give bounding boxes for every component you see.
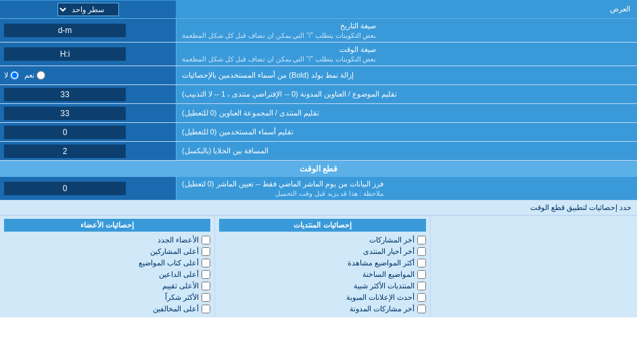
forum-trim-row: تقليم المنتدى / المجموعة العناوين (0 للت… — [0, 104, 637, 123]
stat-checkbox-top-rated[interactable] — [202, 282, 210, 290]
realtime-filter-label: فرز البيانات من يوم الماشر الماضي فقط --… — [176, 177, 637, 200]
display-mode-row: العرض سطر واحد سطرين — [0, 0, 637, 19]
realtime-filter-row: فرز البيانات من يوم الماشر الماضي فقط --… — [0, 177, 637, 201]
usernames-trim-input-cell — [0, 123, 176, 141]
cell-spacing-input[interactable] — [4, 145, 126, 158]
realtime-section-header: قطع الوقت — [0, 161, 637, 177]
stat-item-forum-news: أخر أخبار المنتدى — [219, 246, 425, 257]
stats-col-members: إحصائيات الأعضاء الأعضاء الجدد أعلى المش… — [0, 216, 214, 317]
stat-checkbox-hot-topics[interactable] — [417, 270, 426, 279]
stat-item-new-members: الأعضاء الجدد — [4, 234, 210, 246]
stat-checkbox-top-inviters[interactable] — [202, 270, 210, 279]
display-mode-label: العرض — [176, 2, 637, 16]
stat-item-most-thanked: الأكثر شكراً — [4, 292, 210, 303]
stat-checkbox-most-viewed[interactable] — [417, 259, 426, 267]
stat-item-top-violators: أعلى المخالفين — [4, 303, 210, 315]
stat-checkbox-classifieds[interactable] — [417, 293, 426, 302]
time-format-input[interactable] — [4, 47, 126, 61]
cell-spacing-input-cell — [0, 142, 176, 160]
stat-checkbox-top-posters[interactable] — [202, 247, 210, 256]
usernames-trim-row: تقليم أسماء المستخدمين (0 للتعطيل) — [0, 123, 637, 142]
usernames-trim-label: تقليم أسماء المستخدمين (0 للتعطيل) — [176, 123, 637, 141]
stat-item-top-topic-writers: أعلى كتاب المواضيع — [4, 257, 210, 269]
display-mode-select[interactable]: سطر واحد سطرين — [57, 3, 119, 16]
bold-remove-no-label: لا — [4, 71, 19, 80]
stat-item-hot-topics: المواضيع الساخنة — [219, 269, 425, 280]
stat-checkbox-top-violators[interactable] — [202, 305, 210, 313]
stat-item-last-posts: أخر المشاركات — [219, 234, 425, 246]
display-mode-input-cell: سطر واحد سطرين — [0, 1, 176, 18]
forum-trim-label: تقليم المنتدى / المجموعة العناوين (0 للت… — [176, 104, 637, 122]
bold-remove-no-radio[interactable] — [10, 71, 19, 80]
stat-checkbox-forum-news[interactable] — [417, 247, 426, 256]
bold-remove-radio-group: نعم لا — [4, 71, 45, 80]
date-format-label: صيغة التاريخ بعض التكوينات يتطلب "/" الت… — [176, 19, 637, 42]
stat-item-most-viewed: أكثر المواضيع مشاهدة — [219, 257, 425, 269]
stats-section: إحصائيات المنتديات أخر المشاركات أخر أخب… — [0, 215, 637, 317]
stat-item-top-posters: أعلى المشاركين — [4, 246, 210, 257]
time-format-input-cell — [0, 43, 176, 66]
main-container: العرض سطر واحد سطرين صيغة التاريخ بعض ال… — [0, 0, 637, 317]
bold-remove-yes-radio[interactable] — [37, 71, 45, 80]
usernames-trim-input[interactable] — [4, 126, 126, 139]
stat-item-top-inviters: أعلى الداعين — [4, 269, 210, 280]
stat-item-most-similar: المنتديات الأكثر شبية — [219, 280, 425, 292]
subject-trim-label: تقليم الموضوع / العناوين المدونة (0 -- ا… — [176, 85, 637, 103]
forum-trim-input-cell — [0, 104, 176, 122]
realtime-filter-input-cell — [0, 177, 176, 200]
realtime-filter-input[interactable] — [4, 182, 126, 195]
stats-col-forums: إحصائيات المنتديات أخر المشاركات أخر أخب… — [214, 216, 429, 317]
date-format-input[interactable] — [4, 24, 126, 37]
stats-col-members-title: إحصائيات الأعضاء — [4, 219, 210, 232]
stat-checkbox-most-similar[interactable] — [417, 282, 426, 290]
subject-trim-row: تقليم الموضوع / العناوين المدونة (0 -- ا… — [0, 85, 637, 104]
date-format-row: صيغة التاريخ بعض التكوينات يتطلب "/" الت… — [0, 19, 637, 43]
limit-row: حدد إحصائيات لتطبيق قطع الوقت — [0, 201, 637, 215]
limit-row-label: حدد إحصائيات لتطبيق قطع الوقت — [5, 203, 632, 212]
stat-item-top-rated: الأعلى تقييم — [4, 280, 210, 292]
stat-checkbox-most-thanked[interactable] — [202, 293, 210, 302]
bold-remove-row: إزالة نمط بولد (Bold) من أسماء المستخدمي… — [0, 66, 637, 85]
stat-item-classifieds: أحدث الإعلانات المبوبة — [219, 292, 425, 303]
date-format-input-cell — [0, 19, 176, 42]
cell-spacing-label: المسافة بين الخلايا (بالبكسل) — [176, 142, 637, 160]
stat-checkbox-top-topic-writers[interactable] — [202, 259, 210, 267]
bold-remove-input-cell: نعم لا — [0, 66, 176, 84]
stat-checkbox-blog-posts[interactable] — [417, 305, 426, 313]
bold-remove-yes-label: نعم — [24, 71, 45, 80]
forum-trim-input[interactable] — [4, 107, 126, 120]
cell-spacing-row: المسافة بين الخلايا (بالبكسل) — [0, 142, 637, 161]
stat-item-blog-posts: أخر مشاركات المدونة — [219, 303, 425, 315]
time-format-label: صيغة الوقت بعض التكوينات يتطلب "/" التي … — [176, 43, 637, 66]
subject-trim-input-cell — [0, 85, 176, 103]
subject-trim-input[interactable] — [4, 88, 126, 101]
stat-checkbox-last-posts[interactable] — [417, 236, 426, 244]
stats-empty-col — [430, 216, 637, 317]
time-format-row: صيغة الوقت بعض التكوينات يتطلب "/" التي … — [0, 43, 637, 66]
stats-col-forums-title: إحصائيات المنتديات — [219, 219, 425, 232]
bold-remove-label: إزالة نمط بولد (Bold) من أسماء المستخدمي… — [176, 66, 637, 84]
stat-checkbox-new-members[interactable] — [202, 236, 210, 244]
